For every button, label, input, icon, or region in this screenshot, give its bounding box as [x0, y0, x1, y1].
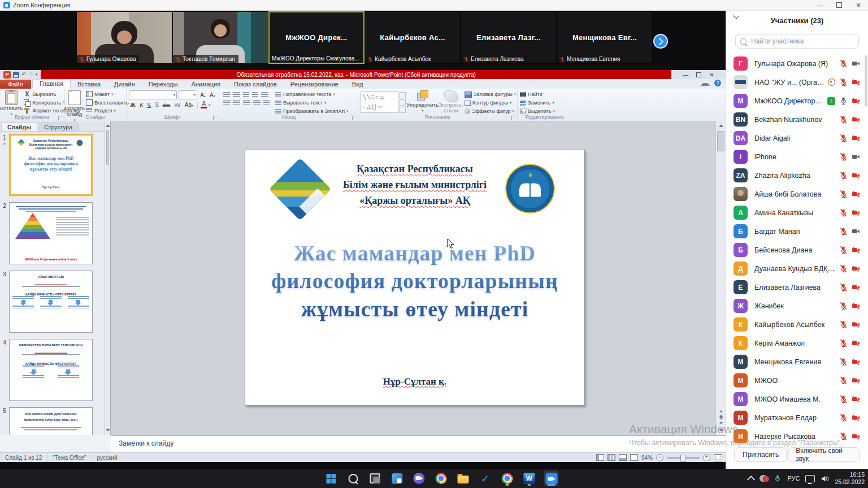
layout-button[interactable]: Макет▾ [86, 90, 129, 98]
tab-outline[interactable]: Структура [38, 123, 79, 131]
thumbnail-slide-2[interactable]: 2 ЖОО-ны бітіргеннен кейін 3 жыл [0, 202, 105, 264]
dialog-launcher-icon[interactable] [511, 116, 516, 120]
network-icon[interactable] [805, 475, 815, 482]
ribbon-collapse-icon[interactable] [701, 80, 710, 86]
language-switcher[interactable]: РУС [787, 475, 800, 482]
replace-button[interactable]: Заменить▾ [520, 99, 555, 106]
video-tile[interactable]: Менщикова Евг...Менщикова Евгения [557, 11, 653, 64]
recording-app-icon[interactable] [760, 475, 768, 482]
explorer-icon[interactable] [455, 470, 470, 486]
search-icon[interactable] [345, 470, 360, 486]
ppt-close-button[interactable]: ✕ [709, 72, 714, 78]
slideshow-icon[interactable] [630, 454, 638, 461]
thumbnail-slide-1[interactable]: 1★ Қазақстан Республикасы Білім және ғыл… [0, 134, 105, 196]
participant-row[interactable]: ББагдат Манап [726, 222, 868, 241]
grow-font-button[interactable]: А▴ [199, 92, 207, 98]
shapes-gallery[interactable]: ╲╲□○▭⌐△{}☆ [361, 91, 398, 113]
redo-icon[interactable]: ↷ [28, 72, 33, 77]
participant-row[interactable]: ААмина Канаткызы [726, 203, 868, 222]
participant-row[interactable]: ММЖОО Имашева М. [726, 390, 868, 408]
kerning-button[interactable]: АV [173, 102, 181, 108]
ribbon-tab[interactable]: Вставка [71, 80, 107, 89]
decrease-indent-icon[interactable] [243, 92, 249, 98]
close-button[interactable]: ✕ [849, 0, 868, 10]
numbering-icon[interactable] [233, 92, 240, 98]
chat-icon[interactable] [411, 470, 426, 486]
thumbnail-slide-3[interactable]: 3 АУЫЛ КВОТАСЫ _______________________ Қ… [0, 271, 105, 333]
shape-fill-button[interactable]: Заливка фигуры▾ [465, 91, 516, 98]
participant-row[interactable]: IiPhone [726, 147, 868, 166]
widgets-icon[interactable] [389, 470, 404, 486]
save-icon[interactable] [13, 72, 19, 78]
tray-microphone-icon[interactable] [774, 474, 782, 482]
thumbnail-slide-5[interactable]: 5 PhD ФИЛОСОФИЯ ДОКТОРЛАРЫ (мемлекеттік … [0, 407, 105, 435]
text-direction-button[interactable]: Направление текста▾ [275, 91, 348, 98]
undo-icon[interactable]: ↶ [21, 72, 26, 77]
powerpoint-icon[interactable]: P [3, 71, 11, 79]
participant-row[interactable]: ММенщикова Евгения [726, 352, 868, 371]
ribbon-tab[interactable]: Анимация [184, 80, 227, 89]
slide[interactable]: Қазақстан Республикасы Білім және ғылым … [245, 150, 585, 406]
zoom-out-button[interactable]: − [656, 454, 663, 461]
chrome2-icon[interactable] [500, 470, 514, 486]
scroll-thumb[interactable] [717, 131, 724, 151]
shape-outline-button[interactable]: Контур фигуры▾ [465, 99, 516, 106]
align-left-icon[interactable] [223, 100, 230, 106]
ppt-minimize-button[interactable]: — [683, 72, 688, 78]
strikethrough-button[interactable]: abc [162, 102, 172, 108]
video-tile[interactable]: Кайырбеков Ас...Кайырбеков Асылбек [364, 11, 461, 64]
dialog-launcher-icon[interactable] [352, 116, 357, 120]
language-indicator[interactable]: русский [92, 453, 123, 462]
columns-icon[interactable] [263, 100, 270, 106]
reading-view-icon[interactable] [619, 454, 627, 461]
underline-button[interactable]: Ч [146, 102, 153, 108]
video-tile[interactable]: МжЖОО Дирек...МжЖОО Директоры Смагулова.… [268, 11, 364, 64]
taskview-icon[interactable] [367, 470, 382, 486]
section-button[interactable]: Раздел▾ [86, 107, 129, 114]
participant-row[interactable]: ГГульнара Ожарова (Я) [726, 54, 868, 73]
participant-row[interactable]: DADidar Aigali [726, 129, 868, 147]
participant-row[interactable]: НАО "ЖУ и... (Организатор) [726, 73, 868, 91]
video-tile[interactable]: Гульнара Ожарова [76, 11, 172, 64]
paste-button[interactable]: Вставить▾ [0, 90, 23, 116]
zoom-icon[interactable] [544, 470, 558, 486]
text-shadow-button[interactable]: S [154, 102, 160, 108]
normal-view-icon[interactable] [596, 454, 604, 461]
thumbnail-slide-4[interactable]: 4 МЕМЛЕКЕТТІК БІЛІМ БЕРУ ТАПСЫРЫСЫ _____… [0, 339, 105, 401]
video-tile[interactable]: Токташев Темирлан [172, 11, 268, 64]
qat-dropdown-icon[interactable]: ▾ [36, 72, 38, 77]
ribbon-tab[interactable]: Вид [345, 80, 370, 89]
participant-row[interactable]: ММЖОО [726, 371, 868, 390]
line-spacing-icon[interactable] [261, 92, 268, 98]
participant-row[interactable]: BNBekzhan Nurakhunov [726, 110, 868, 129]
scroll-up-icon[interactable] [716, 121, 726, 130]
next-slide-button[interactable] [716, 417, 726, 426]
change-case-button[interactable]: Аа▾ [184, 102, 195, 108]
invite-button[interactable]: Пригласить [734, 447, 787, 462]
align-right-icon[interactable] [243, 100, 250, 106]
tab-slides[interactable]: Слайды [1, 123, 37, 131]
participant-row[interactable]: ННазерке Рысакова [726, 427, 868, 446]
align-text-button[interactable]: Выровнять текст▾ [275, 99, 348, 106]
word-icon[interactable]: W [522, 470, 536, 486]
participant-row[interactable]: ДДуанаева Кундыз БДҚ-411 [726, 259, 868, 278]
participant-row[interactable]: ZAZhazira Alipkozha [726, 166, 868, 185]
zoom-slider-thumb[interactable] [680, 455, 686, 462]
participant-row[interactable]: ЕЕлизавета Лазгиева [726, 278, 868, 297]
notes-pane[interactable]: Заметки к слайду [111, 435, 726, 452]
font-name-select[interactable]: ▾ [129, 90, 177, 99]
next-participants-button[interactable] [653, 34, 668, 49]
dialog-launcher-icon[interactable] [58, 116, 63, 120]
ppt-restore-button[interactable] [696, 72, 701, 77]
font-color-button[interactable]: А [201, 101, 207, 108]
shrink-font-button[interactable]: А▾ [209, 92, 216, 98]
align-center-icon[interactable] [233, 100, 240, 106]
search-box[interactable] [735, 34, 859, 49]
ribbon-tab[interactable]: Переходы [142, 80, 185, 89]
arrange-button[interactable]: Упорядочить▾ [407, 90, 439, 113]
justify-icon[interactable] [253, 100, 261, 106]
reset-button[interactable]: Восстановить [86, 99, 129, 106]
clock[interactable]: 16:15 25.02.2022 [835, 471, 865, 486]
thumbnail-scrollbar[interactable] [105, 121, 110, 435]
participants-scrollbar[interactable] [865, 55, 867, 106]
